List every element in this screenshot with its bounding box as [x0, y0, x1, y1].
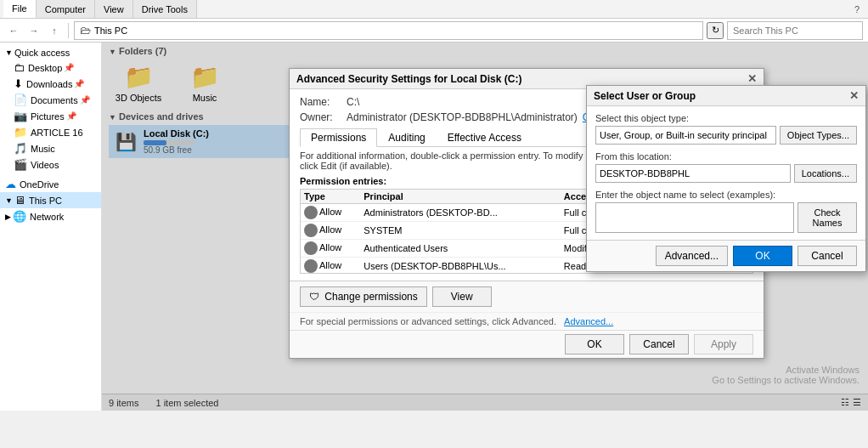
address-path-text: This PC: [94, 26, 127, 36]
sidebar-thispc-label: This PC: [29, 196, 62, 206]
object-types-btn[interactable]: Object Types...: [780, 126, 857, 145]
view-btn[interactable]: View: [432, 286, 492, 307]
address-bar: ← → ↑ 🗁 This PC ↻: [0, 19, 868, 43]
sidebar-item-network[interactable]: ▶ 🌐 Network: [0, 208, 101, 224]
cell-type-2: Allow: [301, 240, 360, 258]
sidebar-item-onedrive[interactable]: ☁ OneDrive: [0, 176, 101, 192]
owner-label: Owner:: [300, 111, 347, 123]
tab-auditing[interactable]: Auditing: [377, 128, 436, 147]
cell-principal-3: Users (DESKTOP-BDB8PHL\Us...: [360, 258, 561, 275]
documents-icon: 📄: [14, 94, 27, 106]
thispc-icon: 🖥: [14, 194, 25, 207]
desktop-icon: 🗀: [14, 61, 25, 74]
expand-arrow2: ▼: [5, 196, 13, 205]
sidebar-item-pictures[interactable]: 📷 Pictures 📌: [0, 108, 101, 124]
video-icon: 🎬: [14, 158, 27, 171]
tab-computer[interactable]: Computer: [37, 0, 95, 18]
enter-name-label: Enter the object name to select (example…: [595, 190, 857, 200]
sidebar-quick-access[interactable]: ▼ Quick access: [0, 46, 101, 60]
pin-icon2: 📌: [74, 79, 84, 88]
dialog-select-title: Select User or Group: [594, 90, 696, 102]
sidebar-item-article16[interactable]: 📁 ARTICLE 16: [0, 124, 101, 140]
content-area: ▼ Folders (7) 📁 3D Objects 📁 Music ▼ Dev…: [102, 43, 868, 411]
dialog-adv-footer: 🛡 Change permissions View: [290, 281, 764, 312]
sidebar-item-documents[interactable]: 📄 Documents 📌: [0, 92, 101, 108]
sidebar-videos-label: Videos: [31, 160, 59, 170]
help-btn[interactable]: ?: [854, 4, 865, 14]
nav-back-btn[interactable]: ←: [5, 22, 22, 39]
name-value: C:\: [347, 96, 359, 108]
dialog-select-body: Select this object type: Object Types...…: [587, 106, 865, 240]
sidebar-item-videos[interactable]: 🎬 Videos: [0, 156, 101, 173]
owner-value: Administrator (DESKTOP-BDB8PHL\Administr…: [347, 111, 578, 123]
network-icon: 🌐: [13, 210, 26, 223]
expand-icon: ▼: [5, 48, 13, 57]
locations-btn[interactable]: Locations...: [794, 164, 857, 183]
tab-permissions[interactable]: Permissions: [300, 128, 377, 147]
location-input[interactable]: [595, 164, 791, 183]
sidebar-item-music[interactable]: 🎵 Music: [0, 140, 101, 156]
sidebar: ▼ Quick access 🗀 Desktop 📌 ⬇ Downloads 📌…: [0, 43, 102, 411]
sidebar-item-thispc[interactable]: ▼ 🖥 This PC: [0, 192, 101, 208]
tab-effective-access[interactable]: Effective Access: [437, 128, 533, 147]
sidebar-music-label: Music: [31, 144, 55, 154]
cell-principal-2: Authenticated Users: [360, 240, 561, 258]
change-perms-btn[interactable]: 🛡 Change permissions: [300, 286, 427, 307]
dialog-select-title-bar: Select User or Group ✕: [587, 86, 865, 106]
select-advanced-btn[interactable]: Advanced...: [656, 246, 728, 266]
select-ok-btn[interactable]: OK: [733, 246, 792, 266]
dialog-adv-footer2: OK Cancel Apply: [290, 330, 764, 358]
address-path[interactable]: 🗁 This PC: [74, 21, 703, 40]
adv-ok-btn[interactable]: OK: [565, 334, 624, 354]
tab-view[interactable]: View: [95, 0, 133, 18]
dialog-select-close-btn[interactable]: ✕: [849, 89, 859, 102]
cell-type-0: Allow: [301, 204, 360, 222]
downloads-icon: ⬇: [14, 77, 23, 90]
sidebar-item-downloads[interactable]: ⬇ Downloads 📌: [0, 76, 101, 92]
cell-principal-1: SYSTEM: [360, 222, 561, 240]
select-type-label: Select this object type:: [595, 113, 857, 123]
expand-arrow3: ▶: [5, 213, 11, 221]
search-input[interactable]: [727, 21, 863, 40]
check-names-btn[interactable]: Check Names: [798, 202, 857, 233]
select-cancel-btn[interactable]: Cancel: [798, 246, 857, 266]
tab-file[interactable]: File: [3, 0, 37, 18]
sidebar-network-label: Network: [30, 212, 64, 222]
dialog-select-footer: Advanced... OK Cancel: [587, 240, 865, 271]
adv-apply-btn[interactable]: Apply: [694, 334, 753, 354]
pictures-icon: 📷: [14, 110, 27, 122]
onedrive-icon: ☁: [5, 178, 16, 190]
refresh-btn[interactable]: ↻: [707, 22, 724, 39]
sidebar-item-desktop[interactable]: 🗀 Desktop 📌: [0, 60, 101, 76]
name-entry-row: Check Names: [595, 202, 857, 233]
sidebar-quick-access-label: Quick access: [14, 48, 70, 58]
folder-icon: 📁: [14, 126, 27, 139]
row-icon-1: [304, 224, 318, 237]
advanced-link[interactable]: Advanced...: [564, 316, 613, 326]
cell-principal-0: Administrators (DESKTOP-BD...: [360, 204, 561, 222]
nav-forward-btn[interactable]: →: [25, 22, 42, 39]
name-area[interactable]: [595, 202, 794, 233]
dialog-adv-close-btn[interactable]: ✕: [747, 72, 757, 85]
cell-type-3: Allow: [301, 258, 360, 275]
from-location-label: From this location:: [595, 151, 857, 162]
sidebar-downloads-label: Downloads: [26, 79, 72, 89]
object-type-input[interactable]: [595, 126, 776, 145]
col-type: Type: [301, 190, 360, 204]
sidebar-pictures-label: Pictures: [31, 111, 65, 122]
adv-cancel-btn[interactable]: Cancel: [629, 334, 689, 354]
music-icon: 🎵: [14, 142, 27, 155]
pin-icon4: 📌: [66, 111, 76, 121]
sidebar-onedrive-label: OneDrive: [20, 179, 59, 190]
shield-btn-icon: 🛡: [309, 291, 319, 303]
row-icon-3: [304, 259, 318, 273]
nav-up-btn[interactable]: ↑: [46, 22, 63, 39]
title-bar: File Computer View Drive Tools ?: [0, 0, 868, 19]
location-row: Locations...: [595, 164, 857, 183]
tab-drive-tools[interactable]: Drive Tools: [133, 0, 197, 18]
sidebar-documents-label: Documents: [31, 95, 78, 105]
pin-icon: 📌: [64, 63, 74, 72]
pin-icon3: 📌: [80, 95, 90, 105]
object-type-row: Object Types...: [595, 126, 857, 145]
row-icon-0: [304, 206, 318, 219]
